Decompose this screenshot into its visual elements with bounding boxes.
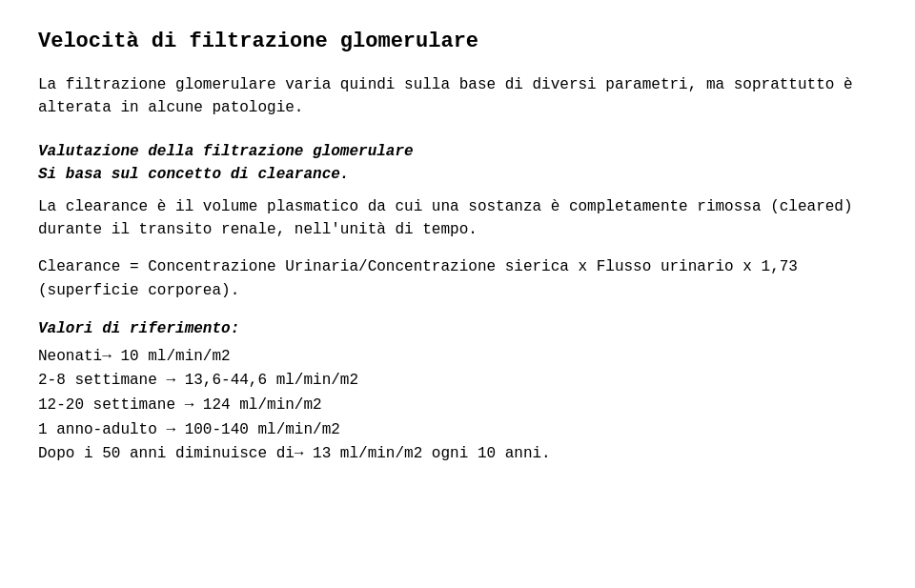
- reference-item: 1 anno-adulto → 100-140 ml/min/m2: [38, 418, 877, 443]
- reference-item: 12-20 settimane → 124 ml/min/m2: [38, 394, 877, 418]
- section-title-bold: Valutazione della filtrazione glomerular…: [38, 143, 414, 160]
- page-title: Velocità di filtrazione glomerulare: [38, 29, 877, 56]
- reference-item: Dopo i 50 anni diminuisce di→ 13 ml/min/…: [38, 442, 877, 467]
- clearance-formula: Clearance = Concentrazione Urinaria/Conc…: [38, 255, 877, 303]
- reference-title: Valori di riferimento:: [38, 320, 877, 337]
- intro-paragraph: La filtrazione glomerulare varia quindi …: [38, 73, 877, 119]
- reference-list: Neonati→ 10 ml/min/m22-8 settimane → 13,…: [38, 345, 877, 467]
- section-title: Valutazione della filtrazione glomerular…: [38, 140, 877, 186]
- clearance-definition: La clearance è il volume plasmatico da c…: [38, 195, 877, 243]
- section-subtitle: Si basa sul concetto di clearance.: [38, 166, 349, 183]
- reference-item: 2-8 settimane → 13,6-44,6 ml/min/m2: [38, 369, 877, 394]
- reference-item: Neonati→ 10 ml/min/m2: [38, 345, 877, 370]
